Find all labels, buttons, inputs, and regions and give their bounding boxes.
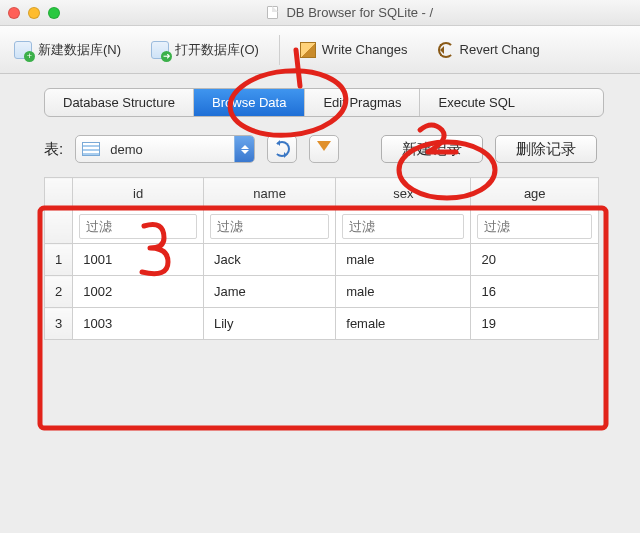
table-row[interactable]: 3 1003 Lily female 19 — [45, 308, 599, 340]
write-changes-label: Write Changes — [322, 42, 408, 57]
main-toolbar: + 新建数据库(N) ➜ 打开数据库(O) Write Changes Reve… — [0, 26, 640, 74]
cell-name[interactable]: Jack — [203, 244, 335, 276]
database-new-icon: + — [14, 41, 32, 59]
cell-id[interactable]: 1001 — [73, 244, 204, 276]
col-header-name[interactable]: name — [203, 178, 335, 210]
cell-id[interactable]: 1002 — [73, 276, 204, 308]
filter-age[interactable] — [477, 214, 592, 239]
tab-execute-sql[interactable]: Execute SQL — [420, 89, 533, 116]
table-select[interactable]: demo — [75, 135, 255, 163]
write-changes-button[interactable]: Write Changes — [300, 42, 408, 58]
document-icon — [267, 6, 278, 19]
cell-age[interactable]: 20 — [471, 244, 599, 276]
cell-age[interactable]: 19 — [471, 308, 599, 340]
window-title-text: DB Browser for SQLite - / — [286, 5, 433, 20]
cell-sex[interactable]: male — [336, 276, 471, 308]
row-number: 1 — [45, 244, 73, 276]
database-open-icon: ➜ — [151, 41, 169, 59]
tab-database-structure[interactable]: Database Structure — [45, 89, 194, 116]
refresh-button[interactable] — [267, 135, 297, 163]
undo-icon — [438, 42, 454, 58]
toolbar-separator — [279, 35, 280, 65]
window-title: DB Browser for SQLite - / — [68, 5, 632, 20]
close-window-button[interactable] — [8, 7, 20, 19]
data-table[interactable]: id name sex age 1 1001 Jack male 20 2 10… — [44, 177, 599, 340]
cell-sex[interactable]: female — [336, 308, 471, 340]
cell-name[interactable]: Jame — [203, 276, 335, 308]
revert-changes-button[interactable]: Revert Chang — [438, 42, 540, 58]
new-database-label: 新建数据库(N) — [38, 41, 121, 59]
row-number: 3 — [45, 308, 73, 340]
minimize-window-button[interactable] — [28, 7, 40, 19]
tab-edit-pragmas[interactable]: Edit Pragmas — [305, 89, 420, 116]
filter-rownum — [45, 210, 73, 244]
table-icon — [82, 142, 100, 156]
cell-id[interactable]: 1003 — [73, 308, 204, 340]
new-database-button[interactable]: + 新建数据库(N) — [14, 41, 121, 59]
filter-id[interactable] — [79, 214, 197, 239]
row-number: 2 — [45, 276, 73, 308]
titlebar: DB Browser for SQLite - / — [0, 0, 640, 26]
col-header-id[interactable]: id — [73, 178, 204, 210]
browse-controls: 表: demo 新建记录 删除记录 — [0, 117, 640, 177]
filter-name[interactable] — [210, 214, 329, 239]
main-tabs: Database Structure Browse Data Edit Prag… — [44, 88, 604, 117]
open-database-button[interactable]: ➜ 打开数据库(O) — [151, 41, 259, 59]
table-filter-row — [45, 210, 599, 244]
table-row[interactable]: 1 1001 Jack male 20 — [45, 244, 599, 276]
new-record-button[interactable]: 新建记录 — [381, 135, 483, 163]
delete-record-button[interactable]: 删除记录 — [495, 135, 597, 163]
filter-sex[interactable] — [342, 214, 464, 239]
main-tabs-area: Database Structure Browse Data Edit Prag… — [0, 74, 640, 117]
table-label: 表: — [44, 140, 63, 159]
tab-browse-data[interactable]: Browse Data — [194, 89, 305, 116]
table-select-value: demo — [106, 142, 234, 157]
zoom-window-button[interactable] — [48, 7, 60, 19]
cell-age[interactable]: 16 — [471, 276, 599, 308]
table-header-row: id name sex age — [45, 178, 599, 210]
revert-changes-label: Revert Chang — [460, 42, 540, 57]
cell-name[interactable]: Lily — [203, 308, 335, 340]
updown-arrows-icon — [234, 136, 254, 162]
clear-filters-button[interactable] — [309, 135, 339, 163]
cell-sex[interactable]: male — [336, 244, 471, 276]
col-header-age[interactable]: age — [471, 178, 599, 210]
table-corner — [45, 178, 73, 210]
open-database-label: 打开数据库(O) — [175, 41, 259, 59]
funnel-icon — [317, 141, 331, 158]
table-row[interactable]: 2 1002 Jame male 16 — [45, 276, 599, 308]
col-header-sex[interactable]: sex — [336, 178, 471, 210]
pencil-icon — [300, 42, 316, 58]
refresh-icon — [274, 141, 290, 157]
window-controls — [8, 7, 60, 19]
